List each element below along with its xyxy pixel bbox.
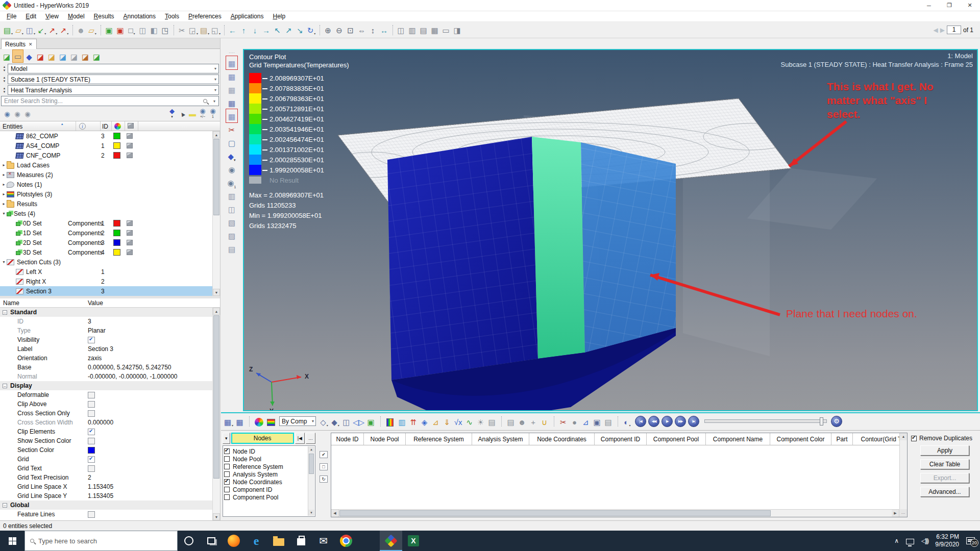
checkbox[interactable]	[224, 487, 230, 492]
first-frame-button[interactable]: |◀	[635, 416, 646, 427]
cube-icon[interactable]	[127, 133, 133, 139]
sets-folder-icon[interactable]: ◪	[91, 49, 102, 63]
files-panel-icon[interactable]: ▭	[12, 49, 23, 63]
mail-icon[interactable]: ✉	[312, 531, 335, 551]
property-value[interactable]	[88, 410, 95, 417]
cube-green-slab[interactable]	[532, 137, 585, 359]
property-value[interactable]	[88, 401, 95, 408]
scroll-up-icon[interactable]: ▲	[213, 131, 220, 138]
contour-panel-icon[interactable]: ▦	[226, 56, 237, 69]
menu-item[interactable]: Preferences	[184, 12, 226, 21]
invert-checks-icon[interactable]: ↻	[320, 475, 328, 483]
firefox-icon[interactable]	[223, 531, 245, 551]
property-value[interactable]: 3	[88, 318, 91, 325]
table-info-icon[interactable]: ▤	[505, 415, 517, 428]
more-options-button[interactable]: …	[306, 433, 315, 444]
property-value[interactable]: zaxis	[88, 355, 102, 362]
color-swatch[interactable]	[113, 171, 120, 178]
highlight-icon[interactable]: ▬	[187, 108, 198, 120]
cube-icon[interactable]	[127, 220, 133, 226]
table-row[interactable]: Left X 1	[0, 267, 220, 277]
property-row[interactable]: – Section Color	[0, 445, 220, 455]
column-header[interactable]: Analysis System	[472, 433, 529, 445]
property-row[interactable]: – Grid Text	[0, 464, 220, 473]
close-button[interactable]: ✕	[960, 0, 980, 11]
view-style-d-icon[interactable]: ▨	[226, 229, 237, 242]
table-row[interactable]: 862_COMP 3	[0, 131, 220, 141]
delete-page-icon[interactable]: ▣	[115, 24, 126, 36]
color-swatch[interactable]	[113, 201, 120, 207]
apply-load-icon[interactable]: ⇓	[442, 415, 453, 428]
right-view-icon[interactable]: ↖	[272, 24, 283, 36]
top-view-icon[interactable]: ↑	[238, 24, 250, 36]
column-header[interactable]: Part	[831, 433, 853, 445]
table-row[interactable]: ▸ Load Cases	[0, 160, 220, 170]
advanced-button[interactable]: Advanced...	[920, 487, 969, 497]
checkbox[interactable]	[224, 464, 230, 469]
id-column-header[interactable]: ID	[102, 123, 108, 130]
property-row[interactable]: – Base 0.000000, 5.242750, 5.242750	[0, 363, 220, 372]
volume-icon[interactable]: ◁)))	[921, 537, 928, 544]
last-frame-button[interactable]: ▶|	[688, 416, 699, 427]
legend-edit-icon[interactable]: ▦	[226, 96, 237, 109]
show-all-icon[interactable]: ◉	[2, 108, 12, 120]
wireframe-mode-icon[interactable]: ◇▾	[318, 415, 330, 428]
color-column-icon[interactable]	[114, 123, 121, 130]
section-tool-icon[interactable]: ✂	[558, 415, 569, 428]
property-row[interactable]: – ID 3	[0, 317, 220, 326]
table-row[interactable]: ▾ Section Cuts (3)	[0, 257, 220, 267]
capture-video-icon[interactable]: ▣	[592, 415, 603, 428]
menu-item[interactable]: Model	[63, 12, 89, 21]
property-row[interactable]: – Label Section 3	[0, 344, 220, 354]
table-row[interactable]: ▸ Plotstyles (3)	[0, 189, 220, 199]
field-checkbox-row[interactable]: Node Pool	[224, 455, 314, 463]
zoom-out-icon[interactable]: ⊖	[334, 24, 345, 36]
export-button[interactable]: Export...	[920, 473, 969, 483]
view-style-e-icon[interactable]: ▤	[226, 242, 237, 255]
mesh-select-icon[interactable]: ▦	[226, 109, 237, 122]
front-view-icon[interactable]: ↗	[283, 24, 295, 36]
property-row[interactable]: – Grid Text Precision 2	[0, 473, 220, 482]
path-plot-icon[interactable]: ∪	[539, 415, 550, 428]
property-row[interactable]: – Visibility	[0, 335, 220, 344]
tree-scrollbar[interactable]: ▲ ▼	[212, 131, 220, 296]
user-profile-icon[interactable]: ☻	[76, 24, 87, 36]
uncheck-all-icon[interactable]: □	[320, 463, 328, 470]
result-type-icon[interactable]: ▦▾	[223, 415, 234, 428]
cube-icon[interactable]	[127, 249, 133, 255]
export-model-icon[interactable]: ↗▾	[47, 24, 59, 36]
isolate-one-icon[interactable]: ◉1	[226, 176, 237, 189]
menu-item[interactable]: Tools	[160, 12, 184, 21]
table-row[interactable]: 2D Set Components 3	[0, 238, 220, 247]
bottom-view-icon[interactable]: ↓	[250, 24, 261, 36]
paste-icon[interactable]: ▤▾	[199, 24, 210, 36]
color-swatch[interactable]	[113, 220, 120, 227]
load-results-icon[interactable]: ◪	[1, 49, 12, 63]
table-row[interactable]: 0D Set Components 1	[0, 218, 220, 228]
edge-icon[interactable]: e	[245, 531, 267, 551]
table-row[interactable]: ▾ Sets (4)	[0, 209, 220, 218]
property-row[interactable]: – Orientation zaxis	[0, 354, 220, 363]
reverse-show-icon[interactable]: ◉	[22, 108, 33, 120]
property-row[interactable]: – Cross Section Width 0.000000	[0, 418, 220, 427]
tensor-plot-icon[interactable]: ◈	[419, 415, 430, 428]
expander-icon[interactable]: ▸	[1, 172, 7, 177]
copy-icon[interactable]: ◲▾	[188, 24, 199, 36]
component-folder-icon[interactable]: ◪	[68, 49, 80, 63]
remove-duplicates-row[interactable]: Remove Duplicates	[911, 435, 972, 442]
cube-icon[interactable]	[127, 153, 133, 158]
property-value[interactable]: Section 3	[88, 345, 113, 353]
menu-item[interactable]: View	[41, 12, 63, 21]
properties-scrollbar[interactable]: ▲ ▼	[212, 308, 220, 520]
translate-icon[interactable]: +	[528, 415, 539, 428]
selector-dropdown-button[interactable]: ▾	[223, 433, 230, 444]
property-value[interactable]	[88, 438, 95, 444]
new-session-icon[interactable]: ▤▾	[3, 24, 14, 36]
column-header[interactable]: Reference System	[406, 433, 472, 445]
property-row[interactable]: – Grid Line Space Y 1.153405	[0, 491, 220, 500]
display-cube-icon[interactable]: ◆▾	[226, 149, 237, 162]
graphics-canvas[interactable]: Z X Y 1: Model Subcase 1 (STEADY STATE) …	[243, 49, 978, 411]
apply-result-icon[interactable]: ▦	[226, 69, 237, 83]
show-none-icon[interactable]: ◉	[12, 108, 22, 120]
field-checkbox-row[interactable]: Node Coordinates	[224, 478, 314, 486]
